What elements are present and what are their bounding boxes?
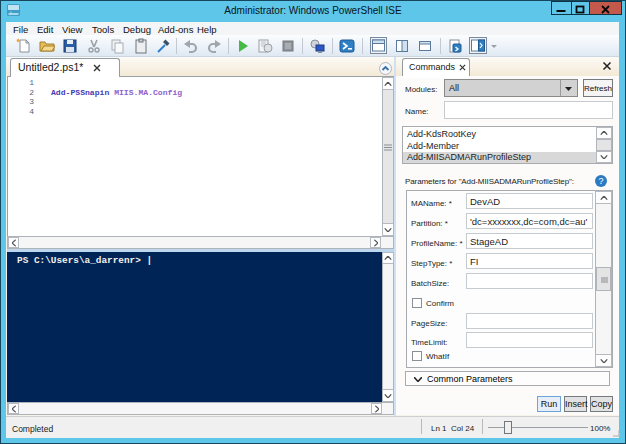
svg-text:?: ?: [598, 176, 603, 186]
